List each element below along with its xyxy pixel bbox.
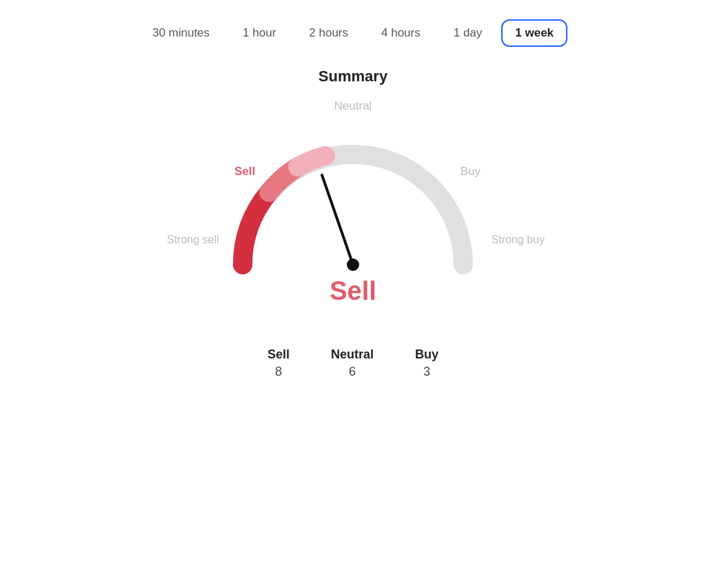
summary-section: Summary Neutral Sell Buy Strong sell Str… xyxy=(0,68,706,379)
time-option-4h[interactable]: 4 hours xyxy=(367,19,434,47)
stat-item-buy: Buy3 xyxy=(415,347,438,379)
svg-line-0 xyxy=(322,175,353,265)
gauge-center-label: Sell xyxy=(330,276,376,306)
time-option-2h[interactable]: 2 hours xyxy=(295,19,362,47)
stats-row: Sell8Neutral6Buy3 xyxy=(268,347,438,379)
time-option-1d[interactable]: 1 day xyxy=(440,19,496,47)
summary-title: Summary xyxy=(319,68,387,85)
stat-label: Sell xyxy=(268,347,290,362)
strong-buy-label: Strong buy xyxy=(492,234,545,246)
stat-item-neutral: Neutral6 xyxy=(331,347,374,379)
stat-value: 3 xyxy=(423,365,430,379)
stat-value: 8 xyxy=(275,365,282,379)
time-option-1w[interactable]: 1 week xyxy=(501,19,567,47)
time-option-30min[interactable]: 30 minutes xyxy=(139,19,223,47)
time-filter-bar: 30 minutes1 hour2 hours4 hours1 day1 wee… xyxy=(0,0,706,61)
time-option-1h[interactable]: 1 hour xyxy=(229,19,290,47)
gauge-wrapper: Neutral Sell Buy Strong sell Strong buy … xyxy=(153,92,553,327)
gauge-svg xyxy=(208,120,498,278)
svg-point-1 xyxy=(347,258,359,271)
stat-label: Neutral xyxy=(331,347,374,362)
stat-item-sell: Sell8 xyxy=(268,347,290,379)
neutral-label: Neutral xyxy=(334,99,372,113)
stat-value: 6 xyxy=(349,365,356,379)
stat-label: Buy xyxy=(415,347,438,362)
